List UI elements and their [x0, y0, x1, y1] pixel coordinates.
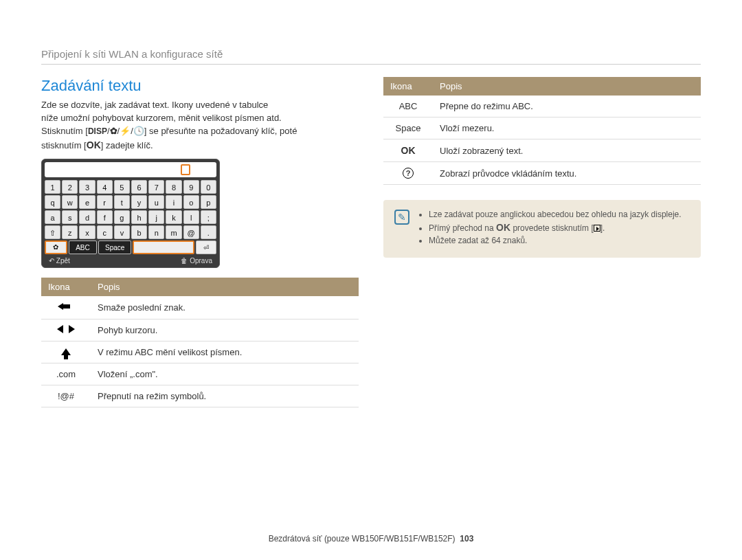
flash-icon: ⚡	[120, 126, 131, 136]
keyboard-key: d	[79, 210, 95, 224]
left-table: Ikona Popis Smaže poslední znak. Pohyb k…	[41, 278, 359, 407]
shift-icon	[61, 348, 71, 355]
keyboard-key: 8	[166, 180, 181, 194]
intro-paragraph: Zde se dozvíte, jak zadávat text. Ikony …	[41, 99, 359, 152]
table-row: ?Zobrazí průvodce vkládáním textu.	[383, 162, 701, 185]
keyboard-key: m	[166, 225, 181, 239]
disp-symbol: DISP	[88, 126, 107, 136]
keyboard-key: i	[166, 195, 181, 209]
play-box-icon	[594, 225, 600, 232]
keyboard-key: a	[45, 210, 60, 224]
left-icon-cell: .com	[41, 363, 91, 385]
keyboard-key: c	[97, 225, 113, 239]
page-header: Připojení k síti WLAN a konﬁgurace sítě	[41, 48, 701, 65]
keyboard-key: n	[148, 225, 164, 239]
kb-sym-key: ✿	[45, 240, 67, 254]
note-item: Můžete zadat až 64 znaků.	[429, 236, 682, 245]
icon-text: !@#	[58, 391, 74, 401]
note-icon: ✎	[394, 210, 409, 225]
note-item: Lze zadávat pouze anglickou abecedou bez…	[429, 210, 682, 219]
triangle-right-icon	[69, 325, 75, 333]
ok-inline-icon: OK	[496, 222, 510, 233]
footer-page: 103	[460, 534, 473, 544]
left-table-head-icon: Ikona	[41, 278, 91, 296]
right-desc-cell: Vloží mezeru.	[433, 117, 701, 139]
right-table-head-desc: Popis	[433, 77, 701, 96]
keyboard-key: t	[114, 195, 130, 209]
keyboard-key: @	[183, 225, 199, 239]
right-desc-cell: Přepne do režimu ABC.	[433, 96, 701, 117]
kb-space-key: Space	[98, 240, 131, 254]
keyboard-key: h	[131, 210, 147, 224]
left-icon-cell	[41, 320, 91, 341]
backspace-icon	[58, 302, 74, 311]
left-icon-cell: !@#	[41, 385, 91, 407]
left-column: Zadávání textu Zde se dozvíte, jak zadáv…	[41, 77, 359, 407]
table-row: ABCPřepne do režimu ABC.	[383, 96, 701, 117]
help-icon: ?	[403, 168, 414, 179]
keyboard-key: 2	[62, 180, 78, 194]
intro-line-1: Zde se dozvíte, jak zadávat text. Ikony …	[41, 100, 268, 110]
keyboard-key: ;	[201, 210, 216, 224]
keyboard-key: ⇧	[45, 225, 60, 239]
flower-icon: ✿	[110, 126, 117, 136]
note-list: Lze zadávat pouze anglickou abecedou bez…	[418, 210, 682, 248]
icon-text: ABC	[399, 101, 418, 111]
left-desc-cell: V režimu ABC mění velikost písmen.	[91, 341, 359, 363]
keyboard-key: 0	[201, 180, 216, 194]
content-columns: Zadávání textu Zde se dozvíte, jak zadáv…	[41, 77, 701, 407]
kb-foot-left: ↶ Zpět	[49, 257, 70, 265]
note-item: Přímý přechod na OK provedete stisknutím…	[429, 222, 682, 233]
table-row: .comVložení „.com".	[41, 363, 359, 385]
table-row: OKUloží zobrazený text.	[383, 139, 701, 162]
icon-text: .com	[56, 369, 76, 379]
table-row: !@#Přepnutí na režim symbolů.	[41, 385, 359, 407]
keyboard-key: g	[114, 210, 130, 224]
keyboard-footer: ↶ Zpět 🗑 Oprava	[45, 256, 216, 265]
keyboard-row: asdfghjkl;	[45, 210, 216, 224]
note-box: ✎ Lze zadávat pouze anglickou abecedou b…	[383, 200, 701, 258]
keyboard-key: k	[166, 210, 181, 224]
keyboard-graphic: 1234567890qwertyuiopasdfghjkl;⇧zxcvbnm@.…	[41, 159, 220, 268]
ok-symbol: OK	[87, 139, 101, 150]
left-desc-cell: Pohyb kurzoru.	[91, 320, 359, 341]
keyboard-key: u	[148, 195, 164, 209]
keyboard-key: j	[148, 210, 164, 224]
keyboard-key: 3	[79, 180, 95, 194]
section-title: Zadávání textu	[41, 77, 359, 95]
intro-line-2: níže umožní pohybovat kurzorem, měnit ve…	[41, 113, 282, 123]
keyboard-key: 4	[97, 180, 113, 194]
right-icon-cell: ?	[383, 162, 433, 185]
intro-line-4b: ] zadejte klíč.	[101, 140, 153, 150]
keyboard-key: r	[97, 195, 113, 209]
keyboard-key: b	[131, 225, 147, 239]
triangle-left-icon	[57, 325, 63, 333]
table-row: SpaceVloží mezeru.	[383, 117, 701, 139]
keyboard-key: y	[131, 195, 147, 209]
keyboard-row: ⇧zxcvbnm@.	[45, 225, 216, 239]
table-row: Pohyb kurzoru.	[41, 320, 359, 341]
left-desc-cell: Přepnutí na režim symbolů.	[91, 385, 359, 407]
intro-line-3b: ] se přesuňte na požadovaný klíč, poté	[144, 126, 297, 136]
keyboard-bottom-row: ✿ ABC Space ⏎	[45, 240, 216, 254]
right-desc-cell: Zobrazí průvodce vkládáním textu.	[433, 162, 701, 185]
keyboard-key: v	[114, 225, 130, 239]
ok-icon: OK	[401, 145, 416, 156]
keyboard-key: x	[79, 225, 95, 239]
right-desc-cell: Uloží zobrazený text.	[433, 139, 701, 162]
kb-foot-right: 🗑 Oprava	[181, 257, 212, 265]
left-desc-cell: Vložení „.com".	[91, 363, 359, 385]
keyboard-key: 7	[148, 180, 164, 194]
keyboard-key: l	[183, 210, 199, 224]
kb-enter-key: ⏎	[196, 240, 217, 254]
keyboard-key: o	[183, 195, 199, 209]
keyboard-key: z	[62, 225, 78, 239]
keyboard-key: f	[97, 210, 113, 224]
timer-icon: 🕓	[133, 126, 144, 136]
keyboard-caret	[181, 164, 190, 175]
right-table-head-icon: Ikona	[383, 77, 433, 96]
keyboard-key: s	[62, 210, 78, 224]
keyboard-key: p	[201, 195, 216, 209]
keyboard-textbox	[45, 162, 216, 177]
right-table: Ikona Popis ABCPřepne do režimu ABC.Spac…	[383, 77, 701, 185]
